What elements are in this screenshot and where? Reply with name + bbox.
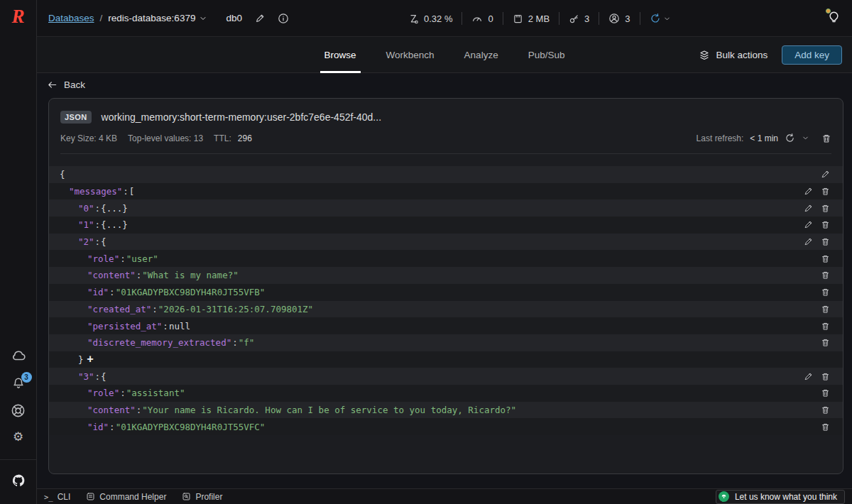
ttl-value[interactable]: 296	[238, 133, 252, 143]
key-details-panel: JSON working_memory:short-term-memory:us…	[48, 98, 843, 474]
edit-pencil-icon[interactable]	[804, 372, 813, 381]
delete-trash-icon	[821, 187, 830, 196]
json-row[interactable]: "id" : "01KGADYPBXC98DYH4R0JT55VFC"	[49, 418, 843, 435]
json-collapsed-value[interactable]: {...}	[101, 203, 128, 214]
chevron-down-icon[interactable]	[802, 134, 809, 142]
back-button[interactable]: Back	[47, 80, 85, 90]
json-bracket: [	[129, 186, 135, 197]
tab-browse[interactable]: Browse	[323, 37, 358, 73]
delete-trash-icon[interactable]	[821, 405, 830, 415]
json-bracket: {	[60, 169, 65, 180]
database-selector[interactable]: redis-database:6379	[108, 13, 207, 23]
json-bracket: {	[101, 371, 106, 382]
cli-button[interactable]: >_ CLI	[44, 492, 70, 502]
json-row[interactable]: "content" : "Your name is Ricardo. How c…	[49, 402, 843, 419]
edit-pencil-icon[interactable]	[804, 187, 813, 196]
key-name: working_memory:short-term-memory:user-2b…	[102, 111, 381, 123]
json-string-value: "01KGADYPBXC98DYH4R0JT55VFB"	[116, 287, 266, 297]
tab-pubsub[interactable]: Pub/Sub	[527, 37, 567, 73]
json-row[interactable]: "role" : "user"	[49, 250, 843, 267]
cpu-stat: 0.32 %	[408, 13, 452, 24]
json-row[interactable]: }+	[49, 351, 843, 368]
json-row[interactable]: "1" : {...}	[49, 217, 843, 234]
json-row[interactable]: "role" : "assistant"	[49, 385, 843, 402]
json-row[interactable]: "0" : {...}	[49, 199, 843, 217]
json-row[interactable]: "created_at" : "2026-01-31T16:25:07.7098…	[49, 301, 843, 318]
json-key: "id"	[87, 287, 109, 297]
json-string-value: "01KGADYPBXC98DYH4R0JT55VFC"	[116, 422, 266, 432]
delete-trash-icon[interactable]	[821, 338, 830, 347]
command-helper-button[interactable]: Command Helper	[86, 492, 166, 502]
json-tree: {"messages" : ["0" : {...}"1" : {...}"2"…	[49, 166, 843, 435]
notifications-bell-icon[interactable]: 3	[11, 370, 26, 397]
json-key: "1"	[78, 219, 94, 230]
json-row[interactable]: "content" : "What is my name?"	[49, 267, 843, 284]
delete-trash-icon[interactable]	[821, 270, 830, 280]
json-null-value: null	[169, 321, 190, 332]
delete-trash-icon[interactable]	[821, 254, 830, 263]
clients-icon	[608, 13, 620, 24]
delete-trash-icon	[821, 422, 830, 432]
profiler-button[interactable]: Profiler	[182, 492, 222, 502]
databases-link[interactable]: Databases	[48, 13, 94, 23]
edit-pencil-icon	[821, 170, 830, 179]
gauge-icon	[471, 13, 483, 24]
edit-pencil-icon[interactable]	[804, 237, 813, 246]
info-icon[interactable]	[278, 13, 289, 24]
json-key: "3"	[78, 371, 94, 382]
github-icon[interactable]	[11, 467, 26, 494]
db-index-label[interactable]: db0	[226, 13, 242, 23]
delete-trash-icon[interactable]	[821, 187, 830, 196]
json-string-value: "user"	[126, 253, 158, 264]
delete-trash-icon[interactable]	[821, 204, 830, 213]
json-row[interactable]: "persisted_at" : null	[49, 317, 843, 334]
insights-bulb-icon[interactable]	[827, 9, 841, 23]
delete-trash-icon[interactable]	[821, 422, 830, 432]
delete-trash-icon	[821, 270, 830, 280]
top-header: Databases / redis-database:6379 db0 0.32…	[37, 0, 852, 37]
json-row[interactable]: {	[49, 166, 843, 183]
delete-trash-icon[interactable]	[821, 287, 830, 297]
delete-trash-icon[interactable]	[821, 388, 830, 398]
add-key-button[interactable]: Add key	[782, 45, 842, 65]
edit-db-alias-pencil-icon[interactable]	[255, 13, 265, 23]
feedback-button[interactable]: Let us know what you think	[716, 490, 845, 504]
settings-gear-icon[interactable]: ⚙	[13, 424, 23, 449]
delete-trash-icon[interactable]	[821, 372, 830, 381]
json-row[interactable]: "id" : "01KGADYPBXC98DYH4R0JT55VFB"	[49, 284, 843, 301]
edit-pencil-icon[interactable]	[804, 204, 813, 213]
delete-trash-icon[interactable]	[821, 305, 830, 314]
delete-trash-icon[interactable]	[821, 220, 830, 229]
json-key: "messages"	[69, 186, 122, 197]
json-row[interactable]: "discrete_memory_extracted" : "f"	[49, 334, 843, 351]
refresh-stats-button[interactable]	[650, 13, 671, 24]
tab-workbench[interactable]: Workbench	[385, 37, 436, 73]
delete-trash-icon[interactable]	[821, 322, 830, 331]
redis-logo[interactable]: R	[11, 7, 24, 26]
delete-trash-icon	[821, 338, 830, 347]
json-collapsed-value[interactable]: {...}	[101, 219, 128, 230]
json-key: "0"	[78, 203, 94, 214]
json-row[interactable]: "3" : {	[49, 368, 843, 385]
delete-key-icon[interactable]	[821, 133, 831, 143]
refresh-key-icon[interactable]	[785, 133, 795, 143]
key-type-badge: JSON	[60, 111, 92, 124]
breadcrumb-separator: /	[100, 13, 103, 23]
json-key: "persisted_at"	[87, 321, 162, 332]
help-center-icon[interactable]	[11, 397, 26, 424]
add-field-button[interactable]: +	[87, 354, 94, 365]
delete-trash-icon[interactable]	[821, 237, 830, 246]
notification-dot	[826, 9, 831, 13]
delete-trash-icon	[821, 237, 830, 246]
json-key: "role"	[87, 388, 119, 398]
bulk-actions-button[interactable]: Bulk actions	[699, 50, 768, 61]
json-row[interactable]: "messages" : [	[49, 183, 843, 200]
command-helper-icon	[86, 492, 95, 501]
delete-trash-icon	[821, 405, 830, 415]
edit-pencil-icon[interactable]	[821, 170, 830, 179]
cloud-icon[interactable]	[11, 341, 26, 370]
layers-icon	[699, 50, 710, 61]
json-row[interactable]: "2" : {	[49, 234, 843, 251]
edit-pencil-icon[interactable]	[804, 220, 813, 229]
tab-analyze[interactable]: Analyze	[463, 37, 500, 73]
